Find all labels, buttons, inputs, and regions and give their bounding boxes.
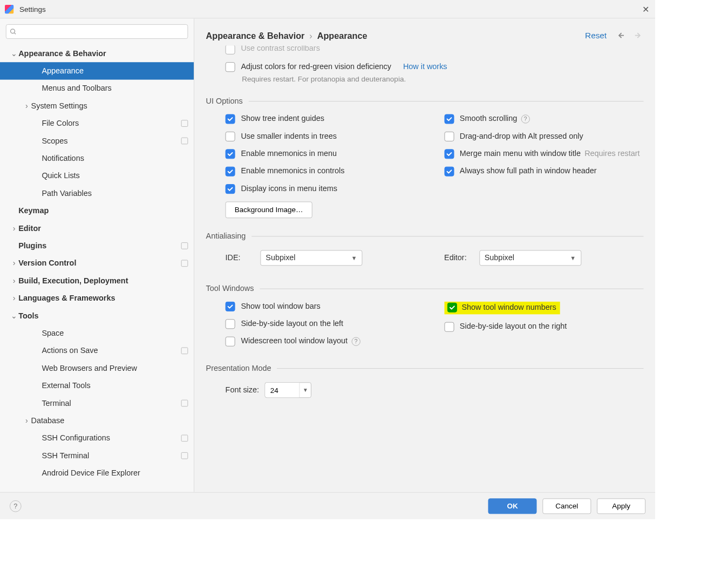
tree-item[interactable]: File Colors (0, 114, 194, 132)
tree-item[interactable]: Web Browsers and Preview (0, 359, 194, 377)
checkbox-contrast-scrollbars[interactable] (226, 46, 235, 55)
svg-point-0 (11, 29, 15, 33)
help-icon[interactable]: ? (10, 500, 22, 512)
checkbox[interactable] (226, 167, 235, 177)
chevron-icon: › (10, 224, 18, 233)
tree-item[interactable]: ›Editor (0, 220, 194, 237)
checkbox[interactable] (444, 114, 454, 124)
option-row: Widescreen tool window layout? (206, 333, 415, 350)
cancel-button[interactable]: Cancel (542, 498, 591, 514)
project-badge-icon (181, 348, 188, 355)
project-badge-icon (181, 242, 188, 249)
tree-item-label: Path Variables (42, 189, 92, 198)
option-hint: Requires restart (584, 149, 639, 157)
app-icon (5, 5, 13, 13)
checkbox[interactable] (444, 132, 454, 141)
reset-link[interactable]: Reset (585, 31, 607, 41)
tree-item-label: Space (42, 329, 64, 337)
search-input[interactable] (6, 24, 188, 39)
tree-item-label: Appearance (42, 66, 84, 75)
tree-item[interactable]: ⌄Tools (0, 307, 194, 324)
tree-item[interactable]: Path Variables (0, 185, 194, 202)
tree-item[interactable]: Notifications (0, 150, 194, 167)
tree-item-label: Menus and Toolbars (42, 84, 111, 93)
background-image-button[interactable]: Background Image… (226, 202, 312, 219)
option-row: Display icons in menu items (206, 180, 415, 198)
option-row: Side-by-side layout on the left (206, 315, 415, 332)
chevron-down-icon[interactable]: ▼ (300, 383, 311, 397)
tree-item[interactable]: External Tools (0, 377, 194, 394)
project-badge-icon (181, 435, 188, 442)
label-aa-ide: IDE: (226, 254, 255, 262)
project-badge-icon (181, 260, 188, 267)
tree-item-label: Database (31, 416, 65, 425)
tree-item[interactable]: ›Languages & Frameworks (0, 289, 194, 307)
help-icon[interactable]: ? (521, 114, 530, 123)
tree-item[interactable]: ›System Settings (0, 97, 194, 114)
tree-item[interactable]: ›Database (0, 412, 194, 429)
option-label: Side-by-side layout on the left (241, 319, 343, 327)
font-size-input[interactable] (266, 383, 300, 397)
checkbox[interactable] (226, 132, 235, 141)
tree-item[interactable]: SSH Terminal (0, 447, 194, 464)
tree-item-label: Build, Execution, Deployment (18, 276, 128, 285)
tree-item[interactable]: Actions on Save (0, 342, 194, 359)
option-row: Show tool window bars (206, 298, 415, 315)
checkbox-adjust-colors[interactable] (226, 62, 235, 72)
tree-item-label: Keymap (18, 207, 49, 215)
breadcrumb-page: Appearance (317, 31, 368, 41)
select-aa-editor[interactable]: Subpixel▼ (479, 250, 581, 266)
checkbox[interactable] (226, 149, 235, 159)
help-icon[interactable]: ? (351, 337, 360, 346)
checkbox[interactable] (444, 149, 454, 159)
tree-item[interactable]: Space (0, 324, 194, 342)
option-row: Enable mnemonics in controls (206, 163, 415, 180)
option-label: Smooth scrolling (460, 114, 517, 123)
tree-item[interactable]: ›Build, Execution, Deployment (0, 272, 194, 289)
checkbox[interactable] (226, 319, 235, 329)
select-aa-ide[interactable]: Subpixel▼ (260, 250, 362, 266)
tree-item-label: System Settings (31, 101, 87, 110)
checkbox[interactable] (226, 302, 235, 311)
tree-item[interactable]: ⌄Appearance & Behavior (0, 45, 194, 62)
tree-item[interactable]: Keymap (0, 202, 194, 219)
close-icon[interactable]: ✕ (642, 4, 650, 15)
checkbox[interactable] (226, 184, 235, 194)
tree-item[interactable]: Plugins (0, 237, 194, 254)
desc-adjust-colors: Requires restart. For protanopia and deu… (206, 75, 644, 83)
option-label: Drag-and-drop with Alt pressed only (460, 132, 583, 140)
chevron-icon: ⌄ (10, 49, 18, 58)
section-ui-options: UI Options (206, 97, 644, 105)
tree-item[interactable]: SSH Configurations (0, 430, 194, 447)
apply-button[interactable]: Apply (597, 498, 645, 514)
tree-item[interactable]: Android Device File Explorer (0, 464, 194, 481)
section-tool-windows: Tool Windows (206, 284, 644, 293)
checkbox[interactable] (226, 337, 235, 347)
label-contrast-scrollbars: Use contrast scrollbars (241, 46, 319, 53)
breadcrumb-root[interactable]: Appearance & Behavior (206, 31, 305, 41)
chevron-icon: › (22, 101, 31, 110)
link-how-it-works[interactable]: How it works (403, 62, 447, 70)
tree-item[interactable]: ›Version Control (0, 255, 194, 272)
font-size-stepper[interactable]: ▼ (265, 382, 311, 398)
tree-item-label: Web Browsers and Preview (42, 364, 137, 372)
tree-item[interactable]: Scopes (0, 132, 194, 150)
checkbox[interactable] (444, 167, 454, 177)
footer: ? OK Cancel Apply (0, 492, 655, 519)
checkbox[interactable] (444, 322, 454, 332)
option-label: Merge main menu with window title (460, 149, 581, 157)
tree-item-label: Appearance & Behavior (18, 49, 106, 58)
ok-button[interactable]: OK (488, 498, 537, 514)
tree-item[interactable]: Quick Lists (0, 167, 194, 185)
tree-item[interactable]: Menus and Toolbars (0, 80, 194, 97)
project-badge-icon (181, 400, 188, 407)
tree-item-label: External Tools (42, 382, 90, 390)
checkbox[interactable] (447, 303, 457, 313)
tree-item-label: Editor (18, 224, 41, 233)
titlebar: Settings ✕ (0, 0, 655, 18)
checkbox[interactable] (226, 114, 235, 124)
tree-item[interactable]: Appearance (0, 62, 194, 79)
tree-item[interactable]: Terminal (0, 395, 194, 412)
chevron-icon: ⌄ (10, 311, 18, 320)
nav-back-icon[interactable] (615, 30, 625, 42)
